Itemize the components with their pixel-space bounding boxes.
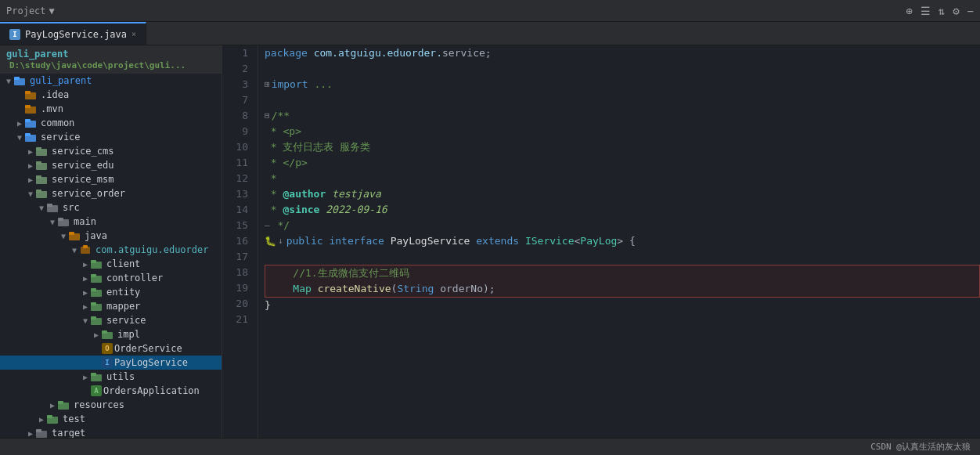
title-bar-icons: ⊕ ☰ ⇅ ⚙ −	[906, 5, 974, 17]
code-editor[interactable]: 1 2 3 7 8 9 10 11 12 13 14 15 16 17 18 1…	[222, 45, 980, 438]
dropdown-icon[interactable]: ▼	[49, 5, 55, 16]
tree-item-resources[interactable]: ▶ resources	[0, 398, 222, 412]
code-line-19: Map createNative(String orderNo);	[268, 281, 976, 297]
tree-item-guli-parent[interactable]: ▼ guli_parent	[0, 74, 222, 88]
tree-label: common	[41, 117, 74, 128]
folder-icon	[36, 175, 49, 184]
folder-icon	[36, 146, 49, 156]
tree-item-test[interactable]: ▶ test	[0, 412, 222, 426]
tree-item-order-service[interactable]: O OrderService	[0, 341, 222, 356]
tree-item-service-msm[interactable]: ▶ service_msm	[0, 172, 222, 186]
tree-label: service_order	[52, 188, 125, 199]
tree-item-mvn[interactable]: .mvn	[0, 102, 222, 116]
code-line-12: *	[265, 171, 980, 186]
svg-rect-5	[25, 105, 31, 108]
tree-arrow: ▶	[47, 401, 58, 410]
package-icon	[80, 245, 92, 255]
project-name: guli_parent	[6, 49, 68, 60]
svg-rect-29	[91, 274, 96, 277]
tree-label: java	[85, 230, 107, 241]
fold-button[interactable]: ⊞	[265, 77, 270, 92]
folder-icon	[47, 414, 59, 424]
folder-icon	[25, 132, 38, 142]
tree-item-src[interactable]: ▼ src	[0, 200, 222, 215]
code-line-11: * </p>	[265, 155, 980, 171]
tree-label: impl	[117, 329, 140, 340]
tree-item-package[interactable]: ▼ com.atguigu.eduorder	[0, 243, 222, 257]
tree-arrow: ▶	[36, 415, 47, 424]
tree-label: entity	[106, 287, 140, 298]
folder-icon	[47, 203, 59, 212]
watermark-text: CSDN @认真生活的灰太狼	[870, 441, 971, 453]
fold-close-marker: —	[265, 218, 270, 233]
tree-item-paylog-service[interactable]: I PayLogService	[0, 356, 222, 370]
svg-rect-9	[25, 133, 31, 136]
tree-item-common[interactable]: ▶ common	[0, 116, 222, 130]
tree-item-orders-app[interactable]: A OrdersApplication	[0, 384, 222, 398]
tree-label: OrderService	[114, 343, 182, 354]
code-line-8: ⊟/**	[265, 108, 980, 124]
tree-item-service-inner[interactable]: ▼ service	[0, 313, 222, 327]
debug-icon: 🐛	[265, 233, 276, 249]
folder-icon	[36, 428, 49, 438]
code-text	[519, 233, 525, 249]
line-num: 20	[229, 296, 248, 312]
tree-item-service-order[interactable]: ▼ service_order	[0, 186, 222, 200]
code-line-14: * @since 2022-09-16	[265, 202, 980, 218]
tree-item-controller[interactable]: ▶ controller	[0, 271, 222, 285]
keyword: import	[272, 77, 308, 92]
svg-rect-39	[91, 373, 96, 376]
tree-item-impl[interactable]: ▶ impl	[0, 327, 222, 341]
code-text	[312, 281, 318, 297]
class-badge: A	[91, 385, 102, 396]
tab-close-button[interactable]: ×	[132, 30, 136, 38]
minimize-icon[interactable]: −	[967, 5, 974, 17]
fold-button[interactable]: ⊟	[265, 108, 270, 124]
tree-item-client[interactable]: ▶ client	[0, 257, 222, 271]
new-file-icon[interactable]: ⊕	[906, 5, 912, 17]
code-line-7	[265, 92, 980, 108]
tree-item-main[interactable]: ▼ main	[0, 215, 222, 229]
sidebar-header: guli_parent D:\study\java\code\project\g…	[0, 45, 222, 74]
code-line-17	[265, 249, 980, 265]
code-text: > {	[617, 233, 635, 249]
keyword: public	[286, 233, 323, 249]
tree-item-service-cms[interactable]: ▶ service_cms	[0, 144, 222, 158]
tree-item-target[interactable]: ▶ target	[0, 426, 222, 438]
tree-label: mapper	[106, 301, 140, 312]
keyword: String	[397, 281, 434, 297]
folder-icon	[91, 372, 103, 381]
keyword: interface	[329, 233, 384, 249]
tree-item-service[interactable]: ▼ service	[0, 130, 222, 144]
tab-paylogservice[interactable]: I PayLogService.java ×	[0, 22, 146, 45]
tree-item-entity[interactable]: ▶ entity	[0, 285, 222, 299]
folder-icon	[36, 161, 49, 170]
code-line-3: ⊞import ...	[265, 77, 980, 92]
doc-comment: /**	[272, 108, 290, 124]
comment-text: //1.生成微信支付二维码	[293, 265, 409, 281]
sort-icon[interactable]: ⇅	[939, 5, 945, 17]
tree-arrow: ▶	[25, 175, 36, 184]
svg-rect-21	[58, 218, 63, 221]
tree-item-service-edu[interactable]: ▶ service_edu	[0, 158, 222, 172]
line-num: 18	[229, 265, 248, 280]
line-num: 19	[229, 280, 248, 296]
interface-badge: O	[102, 343, 113, 354]
folder-icon	[25, 118, 38, 128]
tree-label: PayLogService	[114, 357, 188, 368]
main-area: guli_parent D:\study\java\code\project\g…	[0, 45, 980, 438]
tree-item-mapper[interactable]: ▶ mapper	[0, 299, 222, 313]
svg-rect-17	[36, 190, 41, 193]
list-icon[interactable]: ☰	[921, 5, 931, 17]
type-name: Map	[293, 281, 311, 297]
interface-badge-i: I	[102, 357, 113, 368]
tree-item-utils[interactable]: ▶ utils	[0, 370, 222, 384]
java-folder-icon	[69, 231, 81, 240]
tree-item-idea[interactable]: .idea	[0, 88, 222, 102]
svg-rect-23	[69, 232, 74, 235]
tree-item-java[interactable]: ▼ java	[0, 229, 222, 243]
svg-rect-41	[58, 401, 63, 404]
svg-rect-25	[83, 245, 88, 248]
tree-arrow: ▼	[58, 232, 69, 240]
settings-icon[interactable]: ⚙	[953, 5, 959, 17]
